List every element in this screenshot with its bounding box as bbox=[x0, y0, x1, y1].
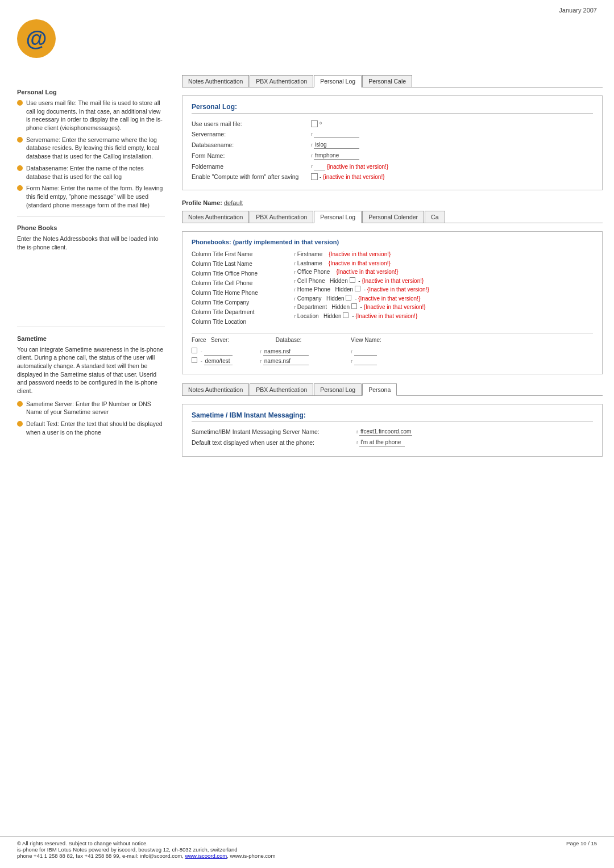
form-row-st-default: Default text displayed when user at the … bbox=[192, 439, 593, 446]
divider-1 bbox=[17, 216, 165, 216]
sametime-panel-title: Sametime / IBM Instant Messaging: bbox=[192, 411, 593, 422]
input-st-default[interactable]: I'm at the phone bbox=[359, 439, 405, 446]
form-row-formname: Form Name: r frmphone bbox=[192, 152, 593, 160]
right-col: Notes Authentication PBX Authentication … bbox=[176, 75, 614, 466]
panel3: Sametime / IBM Instant Messaging: Sameti… bbox=[182, 404, 603, 457]
phone-books-section-title: Phone Books bbox=[17, 224, 165, 231]
tab-personal-log-2[interactable]: Personal Log bbox=[314, 211, 362, 223]
input-servername[interactable] bbox=[314, 130, 359, 138]
panel2: Phonebooks: (partly implemented in that … bbox=[182, 231, 603, 374]
label-mail-file: Use users mail file: bbox=[192, 120, 311, 127]
footer-line1: © All rights reserved. Subject to change… bbox=[17, 840, 597, 846]
bullet-item-1: Use users mail file: The mail file is us… bbox=[17, 99, 165, 132]
tab-personal-log-1[interactable]: Personal Log bbox=[314, 75, 362, 87]
pb-label-firstname: Column Title First Name bbox=[192, 250, 288, 258]
tab-pbx-auth-2[interactable]: PBX Authentication bbox=[250, 211, 313, 223]
pb-val-lastname: r Lastname {Inactive in that version!} bbox=[294, 259, 593, 268]
form-row-dbname: Databasename: r islog bbox=[192, 141, 593, 149]
pb-label-cellphone: Column Title Cell Phone bbox=[192, 279, 288, 287]
checkbox-mail-file[interactable] bbox=[311, 120, 318, 127]
value-mail-file: ⁰ bbox=[311, 120, 322, 127]
input-view-2[interactable] bbox=[354, 357, 377, 365]
pb-values: r Firstname {Inactive in that version!} … bbox=[294, 250, 593, 327]
force-header-db: Database: bbox=[260, 337, 351, 343]
date-label: January 2007 bbox=[559, 7, 597, 14]
form-row-st-server: Sametime/IBM Instant Messaging Server Na… bbox=[192, 428, 593, 436]
profile-value[interactable]: default bbox=[224, 199, 243, 206]
input-formname[interactable]: frmphone bbox=[314, 152, 359, 160]
footer-line3: phone +41 1 258 88 82, fax +41 258 88 99… bbox=[17, 853, 597, 859]
bullet-dot-4 bbox=[17, 185, 23, 191]
tab-notes-auth-2[interactable]: Notes Authentication bbox=[182, 211, 249, 223]
pb-label-department: Column Title Department bbox=[192, 308, 288, 316]
input-view-1[interactable] bbox=[354, 348, 377, 356]
force-header-view: View Name: bbox=[351, 337, 593, 343]
form-row-mail-file: Use users mail file: ⁰ bbox=[192, 120, 593, 127]
profile-label: Profile Name: bbox=[182, 199, 224, 206]
force-table-header: Force Server: Database: View Name: bbox=[192, 337, 593, 343]
label-compute: Enable "Compute with form" after saving bbox=[192, 173, 311, 180]
checkbox-cell-hidden[interactable] bbox=[350, 277, 355, 283]
pb-label-homephone: Column Title Home Phone bbox=[192, 289, 288, 297]
form-row-compute: Enable "Compute with form" after saving … bbox=[192, 173, 593, 180]
tab-persona-3[interactable]: Persona bbox=[362, 383, 397, 396]
label-st-default: Default text displayed when user at the … bbox=[192, 439, 356, 446]
input-dbname[interactable]: islog bbox=[314, 141, 359, 149]
pb-val-department: r Department Hidden - {Inactive in that … bbox=[294, 303, 593, 312]
tab-ca-2[interactable]: Ca bbox=[425, 211, 445, 223]
tab-notes-auth-1[interactable]: Notes Authentication bbox=[182, 75, 249, 87]
panel2-tabs: Notes Authentication PBX Authentication … bbox=[182, 211, 603, 223]
tab-personal-cale-1[interactable]: Personal Cale bbox=[362, 75, 412, 87]
bullet-item-2: Servername: Enter the servername where t… bbox=[17, 136, 165, 161]
tab-notes-auth-3[interactable]: Notes Authentication bbox=[182, 383, 249, 395]
tab-personal-cal-2[interactable]: Personal Colender bbox=[362, 211, 424, 223]
pb-val-officephone: r Office Phone {Inactive in that version… bbox=[294, 268, 593, 277]
tab-pbx-auth-3[interactable]: PBX Authentication bbox=[250, 383, 313, 395]
bullet-item-4: Form Name: Enter the name of the form. B… bbox=[17, 184, 165, 209]
footer-line2: is-phone for IBM Lotus Notes powered by … bbox=[17, 846, 597, 853]
label-servername: Servername: bbox=[192, 131, 311, 137]
bullet-item-3: Databasename: Enter the name of the note… bbox=[17, 164, 165, 181]
main-layout: Personal Log Use users mail file: The ma… bbox=[0, 69, 614, 466]
input-db-1[interactable]: names.nsf bbox=[263, 348, 309, 356]
bullet-dot-1 bbox=[17, 100, 23, 106]
checkbox-dept-hidden[interactable] bbox=[351, 303, 357, 309]
tab-personal-log-3[interactable]: Personal Log bbox=[314, 383, 362, 395]
checkbox-company-hidden[interactable] bbox=[346, 295, 351, 301]
input-server-1[interactable] bbox=[204, 348, 233, 356]
sametime-bullets: Sametime Server: Enter the IP Number or … bbox=[17, 400, 165, 437]
logo-icon: @ bbox=[17, 19, 56, 58]
value-foldername: r {inactive in that version!} bbox=[311, 162, 388, 170]
input-db-2[interactable]: names.nsf bbox=[263, 357, 309, 365]
input-foldername[interactable] bbox=[314, 162, 325, 170]
bullet-dot-2 bbox=[17, 137, 23, 143]
profile-name-row: Profile Name: default bbox=[182, 199, 603, 206]
checkbox-home-hidden[interactable] bbox=[355, 286, 360, 291]
page-number: Page 10 / 15 bbox=[566, 840, 597, 846]
label-st-server: Sametime/IBM Instant Messaging Server Na… bbox=[192, 428, 356, 435]
pb-label-lastname: Column Title Last Name bbox=[192, 260, 288, 268]
checkbox-loc-hidden[interactable] bbox=[343, 312, 349, 318]
sametime-bullet-1: Sametime Server: Enter the IP Number or … bbox=[17, 400, 165, 416]
pb-label-company: Column Title Company bbox=[192, 298, 288, 307]
pb-val-location: r Location Hidden - {Inactive in that ve… bbox=[294, 312, 593, 321]
pb-val-homephone: r Home Phone Hidden - {Inactive in that … bbox=[294, 285, 593, 294]
personal-log-bullets: Use users mail file: The mail file is us… bbox=[17, 99, 165, 209]
checkbox-force-2[interactable] bbox=[192, 357, 197, 363]
value-servername: r bbox=[311, 130, 359, 138]
link-iscoord[interactable]: www.iscoord.com bbox=[185, 853, 227, 859]
sametime-text: You can integrate Sametime awareness in … bbox=[17, 345, 165, 395]
sametime-section-title: Sametime bbox=[17, 335, 165, 342]
force-table: Force Server: Database: View Name: - bbox=[192, 333, 593, 365]
tab-pbx-auth-1[interactable]: PBX Authentication bbox=[250, 75, 313, 87]
input-server-2[interactable]: demo/test bbox=[204, 357, 233, 365]
inactive-compute: {inactive in that version!} bbox=[321, 174, 384, 180]
input-st-server[interactable]: ffcext1.fincoord.com bbox=[359, 428, 412, 436]
checkbox-compute[interactable] bbox=[311, 173, 318, 180]
panel1-tabs: Notes Authentication PBX Authentication … bbox=[182, 75, 603, 87]
value-compute: - {inactive in that version!} bbox=[311, 173, 385, 180]
value-dbname: r islog bbox=[311, 141, 359, 149]
form-row-foldername: Foldername r {inactive in that version!} bbox=[192, 162, 593, 170]
checkbox-force-1[interactable] bbox=[192, 348, 197, 353]
label-foldername: Foldername bbox=[192, 163, 311, 170]
